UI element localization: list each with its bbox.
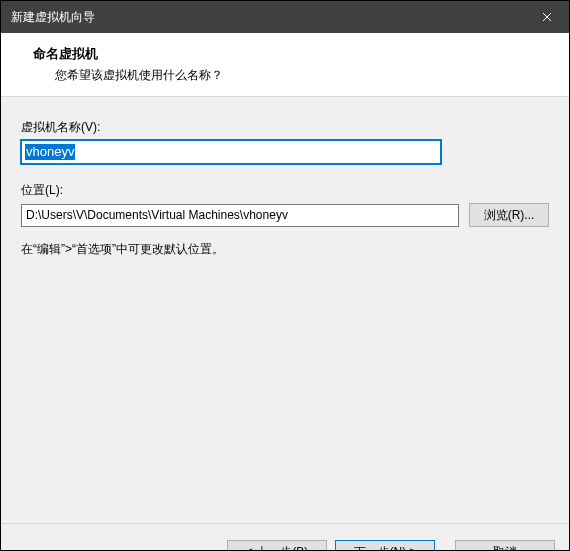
wizard-content: 虚拟机名称(V): vhoneyv 位置(L): 浏览(R)... 在“编辑”>… <box>1 97 569 523</box>
vm-name-input[interactable] <box>21 140 441 164</box>
close-button[interactable] <box>524 1 569 33</box>
page-subtitle: 您希望该虚拟机使用什么名称？ <box>55 67 547 84</box>
titlebar: 新建虚拟机向导 <box>1 1 569 33</box>
vm-location-group: 位置(L): 浏览(R)... <box>21 182 551 227</box>
vm-location-label: 位置(L): <box>21 182 551 199</box>
default-location-hint: 在“编辑”>“首选项”中可更改默认位置。 <box>21 241 551 258</box>
vm-name-label: 虚拟机名称(V): <box>21 119 551 136</box>
close-icon <box>542 12 552 22</box>
page-title: 命名虚拟机 <box>33 45 547 63</box>
vm-name-input-wrap: vhoneyv <box>21 140 441 164</box>
wizard-header: 命名虚拟机 您希望该虚拟机使用什么名称？ <box>1 33 569 97</box>
next-button[interactable]: 下一步(N) > <box>335 540 435 552</box>
wizard-footer: < 上一步(B) 下一步(N) > 取消 <box>1 523 569 551</box>
cancel-button[interactable]: 取消 <box>455 540 555 552</box>
window-title: 新建虚拟机向导 <box>11 9 95 26</box>
browse-button[interactable]: 浏览(R)... <box>469 203 549 227</box>
back-button[interactable]: < 上一步(B) <box>227 540 327 552</box>
vm-name-group: 虚拟机名称(V): vhoneyv <box>21 119 551 164</box>
vm-location-input[interactable] <box>21 204 459 227</box>
